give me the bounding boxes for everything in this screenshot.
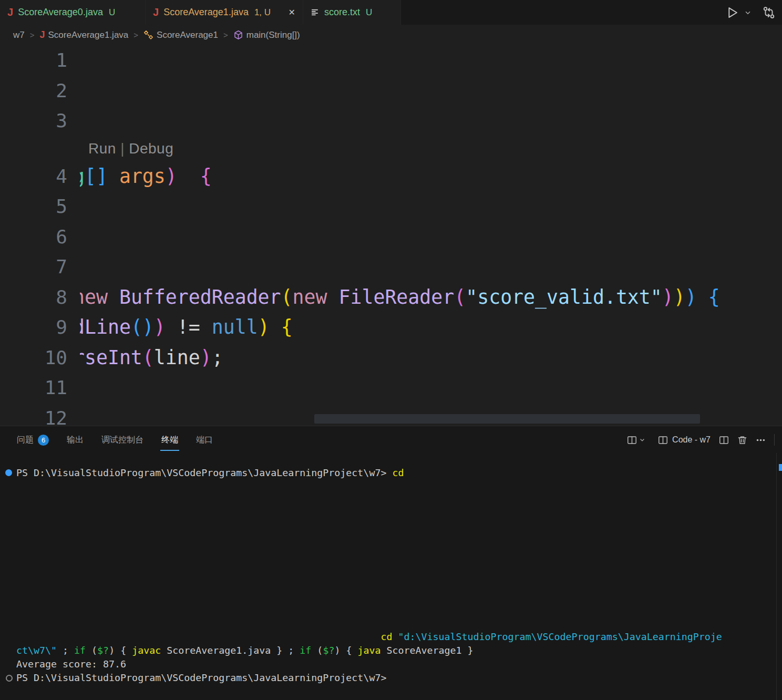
split-terminal-dropdown-button[interactable]: [627, 435, 645, 445]
line-number[interactable]: 1: [0, 45, 80, 76]
line-number[interactable]: 6: [0, 222, 80, 252]
chevron-right-icon: >: [132, 30, 139, 39]
code-editor[interactable]: 123456789101112 Run | Debugg[] args) {ne…: [0, 45, 782, 426]
split-terminal-icon[interactable]: [719, 435, 729, 445]
code-area: Run | Debugg[] args) {new BufferedReader…: [80, 45, 782, 426]
code-line: [80, 222, 782, 252]
tab-score-txt[interactable]: score.txt U: [303, 0, 401, 25]
terminal-line: [16, 534, 782, 548]
line-number[interactable]: 2: [0, 76, 80, 106]
line-number[interactable]: 5: [0, 191, 80, 222]
panel-header: 问题 6 输出 调试控制台 终端 端口: [0, 426, 782, 454]
terminal-line: [16, 603, 782, 616]
line-number[interactable]: 4: [0, 161, 80, 192]
chevron-right-icon: >: [29, 30, 36, 39]
code-line: [80, 373, 782, 403]
terminal-line: [16, 493, 782, 507]
code-line: [80, 76, 782, 106]
terminal-line: Average score: 87.6: [16, 657, 782, 671]
bottom-panel: 问题 6 输出 调试控制台 终端 端口: [0, 426, 782, 700]
line-number[interactable]: 9: [0, 312, 80, 343]
terminal-line: cd "d:\VisualStudioProgram\VSCodeProgram…: [16, 630, 782, 644]
git-status-badge: U: [366, 7, 372, 18]
terminal-output: PS D:\VisualStudioProgram\VSCodePrograms…: [0, 454, 782, 685]
code-line: new BufferedReader(new FileReader("score…: [80, 282, 782, 313]
terminal-line: PS D:\VisualStudioProgram\VSCodePrograms…: [16, 671, 782, 685]
breadcrumb-method[interactable]: main(String[]): [233, 30, 300, 40]
code-line: g[] args) {: [80, 161, 782, 192]
tab-problems[interactable]: 问题 6: [17, 426, 49, 454]
close-icon[interactable]: ✕: [289, 7, 295, 17]
java-file-icon: J: [7, 6, 13, 18]
codelens-debug-link[interactable]: Debug: [129, 140, 173, 157]
problems-git-badge: 1, U: [254, 7, 271, 18]
line-number[interactable]: 10: [0, 343, 80, 373]
terminal-line: [16, 507, 782, 521]
tab-scoreaverage0-java[interactable]: J ScoreAverage0.java U: [0, 0, 146, 25]
code-line: [80, 106, 782, 136]
codelens: Run | Debug: [80, 136, 782, 161]
line-number[interactable]: 8: [0, 282, 80, 313]
tab-terminal[interactable]: 终端: [161, 426, 178, 454]
problems-count-badge: 6: [38, 435, 49, 446]
open-changes-icon[interactable]: [761, 5, 777, 20]
terminal-line: [16, 575, 782, 589]
terminal-line: [16, 480, 782, 493]
terminal-line: PS D:\VisualStudioProgram\VSCodePrograms…: [16, 466, 782, 480]
symbol-method-icon: [233, 30, 243, 40]
text-file-icon: [311, 8, 320, 17]
horizontal-scrollbar[interactable]: [314, 414, 700, 424]
terminal-line: [16, 562, 782, 575]
terminal-line: [16, 521, 782, 534]
tab-ports[interactable]: 端口: [196, 426, 213, 454]
terminal-controls: Code - w7: [627, 426, 775, 454]
code-line: [80, 252, 782, 282]
codelens-run-link[interactable]: Run: [88, 140, 116, 157]
git-status-badge: U: [109, 7, 115, 18]
breadcrumb-class[interactable]: ScoreAverage1: [143, 30, 218, 40]
vscode-window: J ScoreAverage0.java U J ScoreAverage1.j…: [0, 0, 782, 700]
breadcrumb-file[interactable]: J ScoreAverage1.java: [40, 29, 129, 40]
run-java-button[interactable]: [724, 5, 740, 20]
editor-actions: [724, 0, 777, 25]
terminal-overview-decoration: [779, 464, 782, 471]
code-line: dLine()) != null) {: [80, 312, 782, 343]
terminal-view[interactable]: PS D:\VisualStudioProgram\VSCodePrograms…: [0, 454, 782, 700]
code-line: rseInt(line);: [80, 343, 782, 373]
breadcrumb-folder[interactable]: w7: [13, 30, 25, 40]
line-number[interactable]: 12: [0, 403, 80, 426]
run-dropdown-chevron-icon[interactable]: [743, 8, 753, 17]
tab-label: score.txt: [324, 7, 360, 18]
line-number[interactable]: 7: [0, 252, 80, 282]
tab-label: ScoreAverage1.java: [163, 7, 249, 18]
terminal-line: ct\w7\" ; if ($?) { javac ScoreAverage1.…: [16, 644, 782, 657]
terminal-scrollbar-track[interactable]: [776, 453, 777, 700]
terminal-line: [16, 616, 782, 630]
java-file-icon: J: [153, 6, 159, 18]
tab-output[interactable]: 输出: [67, 426, 84, 454]
breadcrumb: w7 > J ScoreAverage1.java > ScoreAverage…: [0, 25, 782, 45]
panel-controls-divider: [774, 434, 775, 446]
terminal-instance-item[interactable]: Code - w7: [658, 435, 711, 445]
editor-tab-bar: J ScoreAverage0.java U J ScoreAverage1.j…: [0, 0, 782, 25]
codelens-separator: |: [116, 140, 129, 157]
terminal-instance-label: Code - w7: [672, 435, 711, 445]
chevron-right-icon: >: [222, 30, 229, 39]
more-actions-icon[interactable]: [756, 435, 766, 445]
symbol-class-icon: [143, 30, 153, 40]
line-number[interactable]: 3: [0, 106, 80, 136]
terminal-line: [16, 589, 782, 603]
command-decoration-icon[interactable]: [5, 469, 12, 476]
gutter-spacer: [0, 136, 80, 161]
code-line: [80, 191, 782, 222]
tab-debug-console[interactable]: 调试控制台: [101, 426, 143, 454]
line-number[interactable]: 11: [0, 373, 80, 403]
terminal-line: [16, 548, 782, 562]
java-file-icon: J: [40, 29, 45, 40]
editor-gutter: 123456789101112: [0, 45, 80, 426]
tab-scoreaverage1-java-active[interactable]: J ScoreAverage1.java 1, U ✕: [146, 0, 303, 25]
code-line: [80, 45, 782, 76]
prompt-decoration-icon[interactable]: [6, 675, 13, 682]
tab-label: ScoreAverage0.java: [18, 7, 103, 18]
kill-terminal-trash-icon[interactable]: [737, 435, 747, 445]
